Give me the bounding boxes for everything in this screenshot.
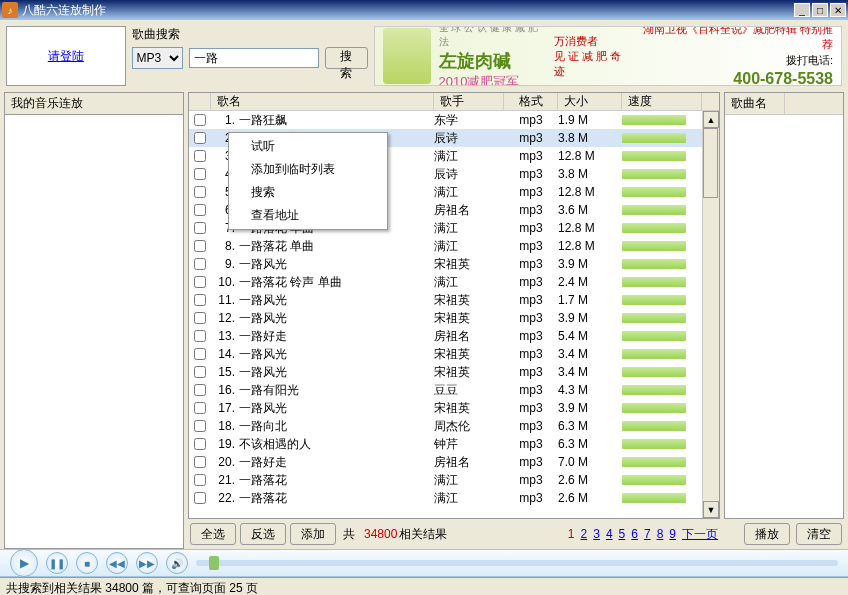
table-row[interactable]: 19.不该相遇的人钟芹mp36.3 M [189,435,702,453]
page-link[interactable]: 7 [644,527,651,541]
prev-icon[interactable]: ◀◀ [106,552,128,574]
table-row[interactable]: 18.一路向北周杰伦mp36.3 M [189,417,702,435]
play-icon[interactable]: ▶ [10,549,38,577]
row-checkbox[interactable] [194,132,206,144]
close-button[interactable]: ✕ [830,3,846,17]
scroll-up-icon[interactable]: ▲ [703,111,719,128]
table-row[interactable]: 11.一路风光宋祖英mp31.7 M [189,291,702,309]
speed-bar [622,169,686,179]
select-all-button[interactable]: 全选 [190,523,236,545]
col-size[interactable]: 大小 [558,93,622,110]
row-checkbox[interactable] [194,456,206,468]
minimize-button[interactable]: _ [794,3,810,17]
col-speed[interactable]: 速度 [622,93,702,110]
row-size: 3.9 M [558,311,622,325]
table-row[interactable]: 9.一路风光宋祖英mp33.9 M [189,255,702,273]
table-row[interactable]: 13.一路好走房祖名mp35.4 M [189,327,702,345]
row-checkbox[interactable] [194,186,206,198]
next-page-link[interactable]: 下一页 [682,526,718,543]
row-size: 3.4 M [558,365,622,379]
vertical-scrollbar[interactable]: ▲ ▼ [702,111,719,518]
table-row[interactable]: 21.一路落花满江mp32.6 M [189,471,702,489]
app-window: ♪ 八酷六连放制作 _ □ ✕ 请登陆 歌曲搜索 MP3 搜索 全 球 公 认 … [0,0,848,595]
row-checkbox[interactable] [194,402,206,414]
stop-icon[interactable]: ■ [76,552,98,574]
clear-button[interactable]: 清空 [796,523,842,545]
table-row[interactable]: 12.一路风光宋祖英mp33.9 M [189,309,702,327]
search-input[interactable] [189,48,319,68]
row-checkbox[interactable] [194,438,206,450]
table-row[interactable]: 1.一路狂飙东学mp31.9 M [189,111,702,129]
col-format[interactable]: 格式 [504,93,558,110]
row-checkbox[interactable] [194,294,206,306]
speed-bar [622,385,686,395]
row-checkbox[interactable] [194,204,206,216]
row-checkbox[interactable] [194,168,206,180]
play-button[interactable]: 播放 [744,523,790,545]
col-name[interactable]: 歌名 [211,93,434,110]
row-format: mp3 [504,329,558,343]
row-checkbox[interactable] [194,474,206,486]
pause-icon[interactable]: ❚❚ [46,552,68,574]
titlebar: ♪ 八酷六连放制作 _ □ ✕ [0,0,848,20]
page-link[interactable]: 8 [657,527,664,541]
row-checkbox[interactable] [194,312,206,324]
table-row[interactable]: 22.一路落花满江mp32.6 M [189,489,702,507]
page-link[interactable]: 1 [568,527,575,541]
row-singer: 豆豆 [434,382,504,399]
context-menu-item[interactable]: 查看地址 [231,204,385,227]
row-checkbox[interactable] [194,276,206,288]
page-link[interactable]: 3 [593,527,600,541]
maximize-button[interactable]: □ [812,3,828,17]
search-button[interactable]: 搜索 [325,47,367,69]
row-checkbox[interactable] [194,420,206,432]
row-size: 1.7 M [558,293,622,307]
table-row[interactable]: 10.一路落花 铃声 单曲满江mp32.4 M [189,273,702,291]
row-checkbox[interactable] [194,330,206,342]
invert-select-button[interactable]: 反选 [240,523,286,545]
table-row[interactable]: 16.一路有阳光豆豆mp34.3 M [189,381,702,399]
row-checkbox[interactable] [194,222,206,234]
row-name: 一路落花 [239,490,434,507]
row-checkbox[interactable] [194,240,206,252]
context-menu-item[interactable]: 添加到临时列表 [231,158,385,181]
row-checkbox[interactable] [194,258,206,270]
speed-bar [622,259,686,269]
page-link[interactable]: 9 [669,527,676,541]
context-menu-item[interactable]: 搜索 [231,181,385,204]
page-link[interactable]: 4 [606,527,613,541]
seek-slider[interactable] [196,560,838,566]
page-link[interactable]: 6 [631,527,638,541]
row-checkbox[interactable] [194,366,206,378]
seek-knob[interactable] [209,556,219,570]
row-name: 一路风光 [239,256,434,273]
row-name: 一路风光 [239,310,434,327]
row-checkbox[interactable] [194,114,206,126]
add-button[interactable]: 添加 [290,523,336,545]
row-singer: 辰诗 [434,166,504,183]
window-title: 八酷六连放制作 [22,2,794,19]
table-row[interactable]: 15.一路风光宋祖英mp33.4 M [189,363,702,381]
page-link[interactable]: 2 [581,527,588,541]
table-row[interactable]: 8.一路落花 单曲满江mp312.8 M [189,237,702,255]
col-singer[interactable]: 歌手 [434,93,504,110]
next-icon[interactable]: ▶▶ [136,552,158,574]
login-link[interactable]: 请登陆 [48,48,84,65]
scroll-thumb[interactable] [703,128,718,198]
row-size: 5.4 M [558,329,622,343]
table-row[interactable]: 20.一路好走房祖名mp37.0 M [189,453,702,471]
ad-banner[interactable]: 全 球 公 认 健 康 减 肥 法 左旋肉碱 2010减肥冠军 万消费者 见 证… [374,26,842,86]
table-row[interactable]: 17.一路风光宋祖英mp33.9 M [189,399,702,417]
volume-icon[interactable]: 🔊 [166,552,188,574]
page-link[interactable]: 5 [619,527,626,541]
scroll-down-icon[interactable]: ▼ [703,501,719,518]
row-checkbox[interactable] [194,348,206,360]
row-size: 6.3 M [558,419,622,433]
row-checkbox[interactable] [194,492,206,504]
window-controls: _ □ ✕ [794,3,846,17]
table-row[interactable]: 14.一路风光宋祖英mp33.4 M [189,345,702,363]
format-select[interactable]: MP3 [132,47,184,69]
row-checkbox[interactable] [194,150,206,162]
context-menu-item[interactable]: 试听 [231,135,385,158]
row-checkbox[interactable] [194,384,206,396]
